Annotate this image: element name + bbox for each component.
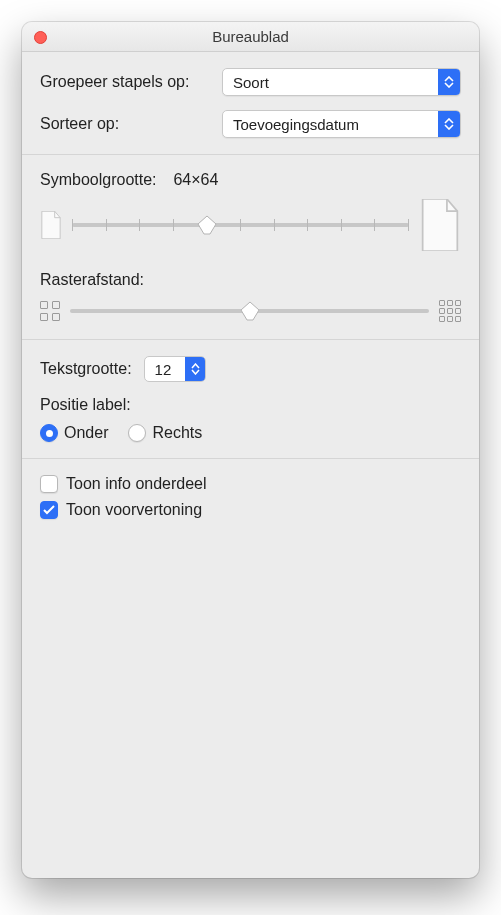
titlebar: Bureaublad: [22, 22, 479, 52]
group-by-select[interactable]: Soort: [222, 68, 461, 96]
grid-dense-icon: [439, 300, 461, 322]
file-small-icon: [40, 211, 62, 239]
close-button[interactable]: [34, 31, 47, 44]
sort-by-label: Sorteer op:: [40, 115, 210, 133]
checkbox-show-preview[interactable]: [40, 501, 58, 519]
grid-sparse-icon: [40, 301, 60, 321]
icon-size-value: 64×64: [173, 171, 218, 188]
radio-right[interactable]: Rechts: [128, 424, 202, 442]
grid-spacing-slider[interactable]: [70, 299, 429, 323]
radio-under-label: Onder: [64, 424, 108, 442]
section-toggles: Toon info onderdeel Toon voorvertoning: [22, 459, 479, 535]
sort-by-select[interactable]: Toevoegingsdatum: [222, 110, 461, 138]
radio-under[interactable]: Onder: [40, 424, 108, 442]
slider-thumb[interactable]: [196, 214, 218, 236]
text-size-stepper[interactable]: 12: [144, 356, 207, 382]
show-item-info-label: Toon info onderdeel: [66, 475, 207, 493]
radio-dot: [40, 424, 58, 442]
show-preview-label: Toon voorvertoning: [66, 501, 202, 519]
radio-right-label: Rechts: [152, 424, 202, 442]
section-text: Tekstgrootte: 12 Positie label: Onder Re…: [22, 340, 479, 459]
group-by-label: Groepeer stapels op:: [40, 73, 210, 91]
updown-icon: [438, 69, 460, 95]
updown-icon: [185, 357, 205, 381]
file-large-icon: [419, 199, 461, 251]
checkbox-show-item-info[interactable]: [40, 475, 58, 493]
icon-size-label: Symboolgrootte:: [40, 171, 157, 188]
window-title: Bureaublad: [212, 28, 289, 45]
text-size-label: Tekstgrootte:: [40, 360, 132, 378]
text-size-value: 12: [145, 361, 186, 378]
sort-by-value: Toevoegingsdatum: [223, 116, 438, 133]
icon-size-slider[interactable]: [72, 213, 409, 237]
section-icons: Symboolgrootte: 64×64: [22, 155, 479, 340]
grid-spacing-label: Rasterafstand:: [40, 271, 461, 289]
label-position-label: Positie label:: [40, 396, 461, 414]
section-grouping: Groepeer stapels op: Soort Sorteer op: T…: [22, 52, 479, 155]
radio-dot: [128, 424, 146, 442]
group-by-value: Soort: [223, 74, 438, 91]
slider-thumb[interactable]: [239, 300, 261, 322]
updown-icon: [438, 111, 460, 137]
desktop-view-options-window: Bureaublad Groepeer stapels op: Soort So…: [22, 22, 479, 878]
